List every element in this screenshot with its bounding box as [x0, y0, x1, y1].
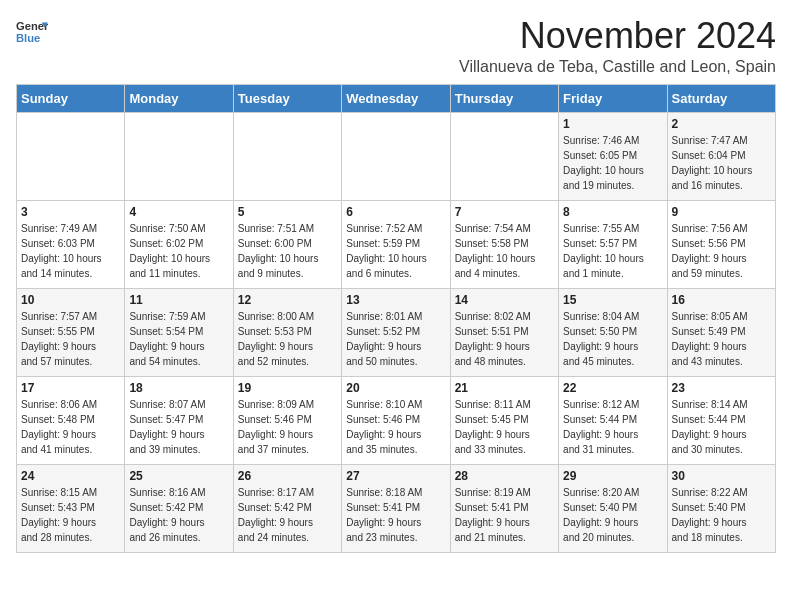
calendar-cell: 28Sunrise: 8:19 AM Sunset: 5:41 PM Dayli…	[450, 464, 558, 552]
day-info: Sunrise: 8:15 AM Sunset: 5:43 PM Dayligh…	[21, 485, 120, 545]
day-info: Sunrise: 7:47 AM Sunset: 6:04 PM Dayligh…	[672, 133, 771, 193]
day-info: Sunrise: 7:59 AM Sunset: 5:54 PM Dayligh…	[129, 309, 228, 369]
day-number: 11	[129, 293, 228, 307]
calendar-cell: 16Sunrise: 8:05 AM Sunset: 5:49 PM Dayli…	[667, 288, 775, 376]
calendar-cell: 18Sunrise: 8:07 AM Sunset: 5:47 PM Dayli…	[125, 376, 233, 464]
day-info: Sunrise: 8:09 AM Sunset: 5:46 PM Dayligh…	[238, 397, 337, 457]
calendar-cell: 9Sunrise: 7:56 AM Sunset: 5:56 PM Daylig…	[667, 200, 775, 288]
day-number: 12	[238, 293, 337, 307]
day-info: Sunrise: 8:04 AM Sunset: 5:50 PM Dayligh…	[563, 309, 662, 369]
day-number: 13	[346, 293, 445, 307]
day-number: 17	[21, 381, 120, 395]
calendar-cell: 25Sunrise: 8:16 AM Sunset: 5:42 PM Dayli…	[125, 464, 233, 552]
calendar-cell: 30Sunrise: 8:22 AM Sunset: 5:40 PM Dayli…	[667, 464, 775, 552]
day-number: 18	[129, 381, 228, 395]
day-info: Sunrise: 8:01 AM Sunset: 5:52 PM Dayligh…	[346, 309, 445, 369]
day-number: 2	[672, 117, 771, 131]
day-info: Sunrise: 8:10 AM Sunset: 5:46 PM Dayligh…	[346, 397, 445, 457]
day-number: 14	[455, 293, 554, 307]
day-info: Sunrise: 8:11 AM Sunset: 5:45 PM Dayligh…	[455, 397, 554, 457]
day-info: Sunrise: 8:19 AM Sunset: 5:41 PM Dayligh…	[455, 485, 554, 545]
day-info: Sunrise: 8:18 AM Sunset: 5:41 PM Dayligh…	[346, 485, 445, 545]
calendar-cell	[17, 112, 125, 200]
day-info: Sunrise: 8:05 AM Sunset: 5:49 PM Dayligh…	[672, 309, 771, 369]
weekday-header-wednesday: Wednesday	[342, 84, 450, 112]
day-number: 16	[672, 293, 771, 307]
weekday-header-thursday: Thursday	[450, 84, 558, 112]
day-info: Sunrise: 7:52 AM Sunset: 5:59 PM Dayligh…	[346, 221, 445, 281]
calendar-cell	[125, 112, 233, 200]
day-number: 23	[672, 381, 771, 395]
day-number: 20	[346, 381, 445, 395]
day-info: Sunrise: 7:56 AM Sunset: 5:56 PM Dayligh…	[672, 221, 771, 281]
calendar-cell: 6Sunrise: 7:52 AM Sunset: 5:59 PM Daylig…	[342, 200, 450, 288]
calendar-cell: 24Sunrise: 8:15 AM Sunset: 5:43 PM Dayli…	[17, 464, 125, 552]
day-info: Sunrise: 7:54 AM Sunset: 5:58 PM Dayligh…	[455, 221, 554, 281]
calendar-cell: 5Sunrise: 7:51 AM Sunset: 6:00 PM Daylig…	[233, 200, 341, 288]
day-number: 9	[672, 205, 771, 219]
week-row-5: 24Sunrise: 8:15 AM Sunset: 5:43 PM Dayli…	[17, 464, 776, 552]
calendar-cell: 1Sunrise: 7:46 AM Sunset: 6:05 PM Daylig…	[559, 112, 667, 200]
calendar-table: SundayMondayTuesdayWednesdayThursdayFrid…	[16, 84, 776, 553]
day-info: Sunrise: 7:57 AM Sunset: 5:55 PM Dayligh…	[21, 309, 120, 369]
weekday-header-row: SundayMondayTuesdayWednesdayThursdayFrid…	[17, 84, 776, 112]
calendar-cell: 8Sunrise: 7:55 AM Sunset: 5:57 PM Daylig…	[559, 200, 667, 288]
svg-text:Blue: Blue	[16, 32, 40, 44]
day-number: 28	[455, 469, 554, 483]
calendar-cell: 21Sunrise: 8:11 AM Sunset: 5:45 PM Dayli…	[450, 376, 558, 464]
calendar-cell: 12Sunrise: 8:00 AM Sunset: 5:53 PM Dayli…	[233, 288, 341, 376]
weekday-header-saturday: Saturday	[667, 84, 775, 112]
day-info: Sunrise: 7:49 AM Sunset: 6:03 PM Dayligh…	[21, 221, 120, 281]
day-info: Sunrise: 7:46 AM Sunset: 6:05 PM Dayligh…	[563, 133, 662, 193]
weekday-header-monday: Monday	[125, 84, 233, 112]
svg-text:General: General	[16, 20, 48, 32]
day-number: 24	[21, 469, 120, 483]
calendar-cell: 11Sunrise: 7:59 AM Sunset: 5:54 PM Dayli…	[125, 288, 233, 376]
month-title: November 2024	[459, 16, 776, 56]
day-number: 6	[346, 205, 445, 219]
calendar-cell	[450, 112, 558, 200]
logo-icon: General Blue	[16, 16, 48, 48]
day-info: Sunrise: 7:51 AM Sunset: 6:00 PM Dayligh…	[238, 221, 337, 281]
calendar-cell: 7Sunrise: 7:54 AM Sunset: 5:58 PM Daylig…	[450, 200, 558, 288]
day-number: 27	[346, 469, 445, 483]
calendar-cell: 23Sunrise: 8:14 AM Sunset: 5:44 PM Dayli…	[667, 376, 775, 464]
day-info: Sunrise: 7:50 AM Sunset: 6:02 PM Dayligh…	[129, 221, 228, 281]
calendar-cell: 15Sunrise: 8:04 AM Sunset: 5:50 PM Dayli…	[559, 288, 667, 376]
day-info: Sunrise: 8:16 AM Sunset: 5:42 PM Dayligh…	[129, 485, 228, 545]
day-number: 19	[238, 381, 337, 395]
day-number: 8	[563, 205, 662, 219]
weekday-header-sunday: Sunday	[17, 84, 125, 112]
calendar-cell	[342, 112, 450, 200]
day-number: 5	[238, 205, 337, 219]
day-number: 22	[563, 381, 662, 395]
weekday-header-tuesday: Tuesday	[233, 84, 341, 112]
week-row-2: 3Sunrise: 7:49 AM Sunset: 6:03 PM Daylig…	[17, 200, 776, 288]
day-number: 4	[129, 205, 228, 219]
calendar-cell: 3Sunrise: 7:49 AM Sunset: 6:03 PM Daylig…	[17, 200, 125, 288]
week-row-4: 17Sunrise: 8:06 AM Sunset: 5:48 PM Dayli…	[17, 376, 776, 464]
day-number: 7	[455, 205, 554, 219]
day-info: Sunrise: 8:22 AM Sunset: 5:40 PM Dayligh…	[672, 485, 771, 545]
day-number: 1	[563, 117, 662, 131]
day-number: 29	[563, 469, 662, 483]
logo: General Blue	[16, 16, 48, 48]
header: General Blue November 2024 Villanueva de…	[16, 16, 776, 76]
day-number: 25	[129, 469, 228, 483]
calendar-cell: 13Sunrise: 8:01 AM Sunset: 5:52 PM Dayli…	[342, 288, 450, 376]
calendar-cell: 19Sunrise: 8:09 AM Sunset: 5:46 PM Dayli…	[233, 376, 341, 464]
calendar-cell: 27Sunrise: 8:18 AM Sunset: 5:41 PM Dayli…	[342, 464, 450, 552]
day-info: Sunrise: 8:20 AM Sunset: 5:40 PM Dayligh…	[563, 485, 662, 545]
day-number: 30	[672, 469, 771, 483]
calendar-cell: 17Sunrise: 8:06 AM Sunset: 5:48 PM Dayli…	[17, 376, 125, 464]
day-info: Sunrise: 8:02 AM Sunset: 5:51 PM Dayligh…	[455, 309, 554, 369]
calendar-cell: 26Sunrise: 8:17 AM Sunset: 5:42 PM Dayli…	[233, 464, 341, 552]
day-number: 26	[238, 469, 337, 483]
day-number: 15	[563, 293, 662, 307]
calendar-cell: 14Sunrise: 8:02 AM Sunset: 5:51 PM Dayli…	[450, 288, 558, 376]
week-row-3: 10Sunrise: 7:57 AM Sunset: 5:55 PM Dayli…	[17, 288, 776, 376]
title-block: November 2024 Villanueva de Teba, Castil…	[459, 16, 776, 76]
calendar-cell: 10Sunrise: 7:57 AM Sunset: 5:55 PM Dayli…	[17, 288, 125, 376]
day-info: Sunrise: 8:06 AM Sunset: 5:48 PM Dayligh…	[21, 397, 120, 457]
week-row-1: 1Sunrise: 7:46 AM Sunset: 6:05 PM Daylig…	[17, 112, 776, 200]
